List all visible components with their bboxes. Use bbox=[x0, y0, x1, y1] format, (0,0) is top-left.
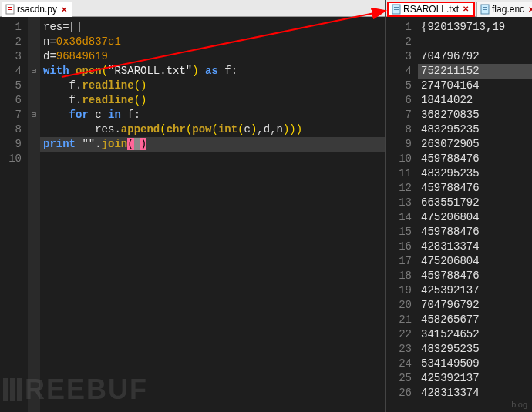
text-line[interactable]: 752211152 bbox=[418, 64, 532, 79]
text-line[interactable]: 704796792 bbox=[418, 49, 532, 64]
text-line[interactable]: 483295235 bbox=[418, 122, 532, 137]
code-line[interactable]: for c in f: bbox=[40, 108, 385, 122]
tab-rsacdn-py[interactable]: rsacdn.py ✕ bbox=[2, 2, 72, 17]
text-line[interactable]: 475206804 bbox=[418, 254, 532, 269]
fold-toggle[interactable]: ⊟ bbox=[28, 108, 40, 122]
right-editor-panel: RSAROLL.txt ✕ flag.enc ✕ 123456789101112… bbox=[386, 0, 532, 412]
text-line[interactable]: 663551792 bbox=[418, 196, 532, 210]
tab-rsaroll-txt[interactable]: RSAROLL.txt ✕ bbox=[387, 2, 475, 17]
close-icon[interactable]: ✕ bbox=[461, 5, 470, 13]
text-line[interactable]: 483295235 bbox=[418, 342, 532, 357]
fold-gutter: ⊟ ⊟ bbox=[28, 17, 40, 412]
svg-rect-8 bbox=[483, 9, 487, 10]
text-line[interactable]: 368270835 bbox=[418, 108, 532, 122]
svg-rect-4 bbox=[394, 7, 399, 8]
text-line[interactable]: 475206804 bbox=[418, 210, 532, 225]
code-line[interactable]: with open("RSAROLL.txt") as f: bbox=[40, 64, 385, 79]
left-editor-panel: rsacdn.py ✕ 1 2 3 4 5 6 7 8 9 10 ⊟ bbox=[0, 0, 386, 412]
tab-label: RSAROLL.txt bbox=[403, 4, 459, 15]
code-line[interactable]: f.readline() bbox=[40, 93, 385, 108]
text-line[interactable]: 459788476 bbox=[418, 269, 532, 283]
svg-rect-7 bbox=[483, 7, 487, 8]
close-icon[interactable]: ✕ bbox=[527, 5, 532, 14]
code-content[interactable]: res=[] n=0x36d837c1 d=96849619 with open… bbox=[40, 17, 385, 412]
text-content[interactable]: {920139713,19704796792752211152274704164… bbox=[418, 17, 532, 412]
text-line[interactable]: 704796792 bbox=[418, 298, 532, 313]
svg-rect-5 bbox=[394, 9, 399, 10]
left-tab-bar: rsacdn.py ✕ bbox=[0, 0, 385, 17]
file-txt-icon bbox=[480, 4, 490, 15]
text-line[interactable]: 483295235 bbox=[418, 166, 532, 181]
text-line[interactable]: {920139713,19 bbox=[418, 20, 532, 35]
text-line[interactable]: 425392137 bbox=[418, 371, 532, 386]
line-number-gutter: 1234567891011121314151617181920212223242… bbox=[386, 17, 418, 412]
text-line[interactable]: 425392137 bbox=[418, 283, 532, 298]
tab-label: rsacdn.py bbox=[17, 4, 57, 15]
text-line[interactable]: 534149509 bbox=[418, 357, 532, 371]
text-line[interactable]: 459788476 bbox=[418, 152, 532, 166]
text-line[interactable]: 263072905 bbox=[418, 137, 532, 152]
code-line[interactable]: d=96849619 bbox=[40, 49, 385, 64]
tab-label: flag.enc bbox=[492, 4, 524, 15]
text-cursor bbox=[134, 138, 140, 150]
code-line-current[interactable]: print "".join() bbox=[40, 137, 385, 152]
text-line[interactable]: 428313374 bbox=[418, 386, 532, 400]
file-python-icon bbox=[5, 4, 15, 15]
code-line[interactable]: n=0x36d837c1 bbox=[40, 35, 385, 49]
svg-rect-2 bbox=[8, 9, 12, 10]
text-line[interactable]: 459788476 bbox=[418, 225, 532, 239]
svg-rect-1 bbox=[8, 7, 12, 8]
code-line[interactable]: f.readline() bbox=[40, 79, 385, 93]
text-line[interactable]: 341524652 bbox=[418, 327, 532, 342]
text-line[interactable]: 428313374 bbox=[418, 239, 532, 254]
text-line[interactable]: 458265677 bbox=[418, 313, 532, 327]
close-icon[interactable]: ✕ bbox=[59, 5, 69, 14]
code-line[interactable]: res.append(chr(pow(int(c),d,n))) bbox=[40, 122, 385, 137]
line-number-gutter: 1 2 3 4 5 6 7 8 9 10 bbox=[0, 17, 28, 412]
text-line[interactable]: 274704164 bbox=[418, 79, 532, 93]
tab-flag-enc[interactable]: flag.enc ✕ bbox=[476, 2, 532, 17]
right-tab-bar: RSAROLL.txt ✕ flag.enc ✕ bbox=[386, 0, 532, 17]
text-line[interactable]: 18414022 bbox=[418, 93, 532, 108]
text-line[interactable]: 459788476 bbox=[418, 181, 532, 196]
text-line[interactable] bbox=[418, 35, 532, 49]
file-txt-icon bbox=[392, 4, 401, 15]
fold-toggle[interactable]: ⊟ bbox=[28, 64, 40, 79]
code-line[interactable]: res=[] bbox=[40, 20, 385, 35]
left-code-area[interactable]: 1 2 3 4 5 6 7 8 9 10 ⊟ ⊟ bbox=[0, 17, 385, 412]
right-code-area[interactable]: 1234567891011121314151617181920212223242… bbox=[386, 17, 532, 412]
